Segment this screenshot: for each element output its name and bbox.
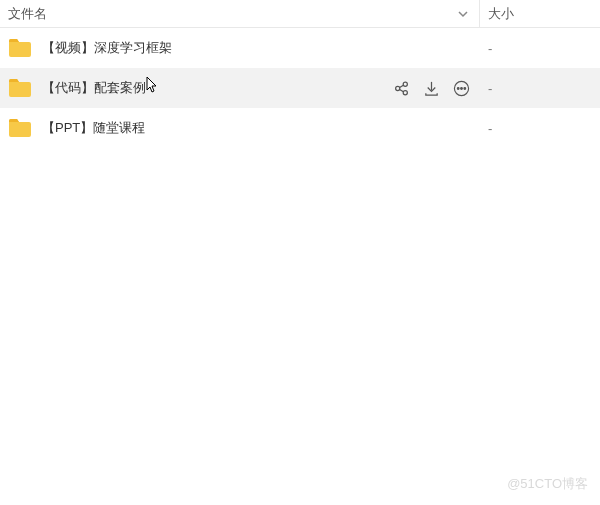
header-column-filename[interactable]: 文件名 bbox=[0, 0, 480, 27]
watermark: @51CTO博客 bbox=[507, 475, 588, 493]
svg-point-2 bbox=[403, 90, 407, 94]
file-name-cell: 【代码】配套案例 bbox=[0, 78, 480, 98]
svg-point-7 bbox=[460, 87, 462, 89]
header-column-size[interactable]: 大小 bbox=[480, 0, 600, 27]
folder-icon bbox=[8, 78, 32, 98]
file-name-cell: 【PPT】随堂课程 bbox=[0, 118, 480, 138]
svg-point-6 bbox=[457, 87, 459, 89]
table-header: 文件名 大小 bbox=[0, 0, 600, 28]
svg-point-0 bbox=[395, 86, 399, 90]
header-filename-label: 文件名 bbox=[8, 5, 47, 23]
folder-icon bbox=[8, 38, 32, 58]
file-name-cell: 【视频】深度学习框架 bbox=[0, 38, 480, 58]
file-name-label: 【代码】配套案例 bbox=[42, 79, 146, 97]
svg-point-8 bbox=[463, 87, 465, 89]
svg-line-4 bbox=[399, 89, 403, 91]
more-icon[interactable] bbox=[452, 79, 470, 97]
row-actions bbox=[392, 79, 470, 97]
svg-point-1 bbox=[403, 82, 407, 86]
header-size-label: 大小 bbox=[488, 5, 514, 23]
file-row[interactable]: 【PPT】随堂课程- bbox=[0, 108, 600, 148]
file-row[interactable]: 【视频】深度学习框架- bbox=[0, 28, 600, 68]
file-name-label: 【PPT】随堂课程 bbox=[42, 119, 145, 137]
svg-line-3 bbox=[399, 85, 403, 87]
file-list: 【视频】深度学习框架- 【代码】配套案例 - 【PPT】随堂课程- bbox=[0, 28, 600, 148]
file-size-label: - bbox=[480, 121, 600, 136]
file-size-label: - bbox=[480, 41, 600, 56]
download-icon[interactable] bbox=[422, 79, 440, 97]
file-size-label: - bbox=[480, 81, 600, 96]
chevron-down-icon bbox=[455, 6, 471, 22]
share-icon[interactable] bbox=[392, 79, 410, 97]
file-name-label: 【视频】深度学习框架 bbox=[42, 39, 172, 57]
file-row[interactable]: 【代码】配套案例 - bbox=[0, 68, 600, 108]
folder-icon bbox=[8, 118, 32, 138]
